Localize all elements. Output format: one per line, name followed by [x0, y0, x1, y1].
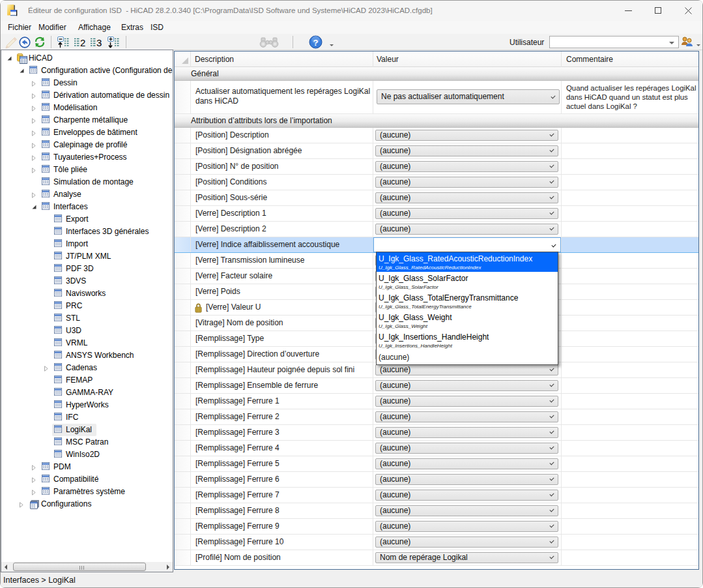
- svg-text:3: 3: [96, 37, 102, 48]
- svg-text:?: ?: [313, 38, 319, 48]
- svg-text:2: 2: [80, 37, 85, 48]
